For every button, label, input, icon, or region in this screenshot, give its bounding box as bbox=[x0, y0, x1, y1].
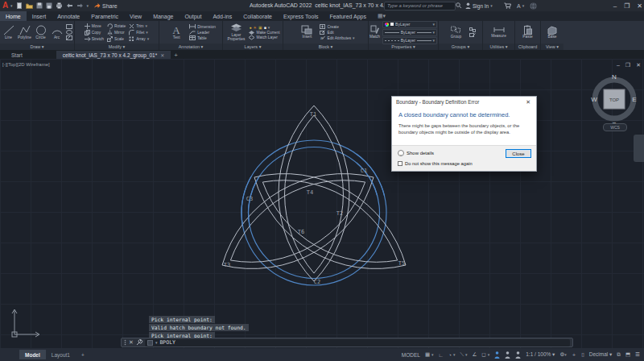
dwg-restore-icon[interactable]: ❐ bbox=[625, 62, 630, 68]
snap-toggle[interactable]: ∟ bbox=[439, 352, 444, 358]
create-block-tool[interactable]: Create bbox=[320, 24, 354, 29]
logo-dropdown-icon[interactable]: ▾ bbox=[10, 3, 13, 8]
viewcube[interactable]: N S W E TOP bbox=[592, 73, 636, 130]
cmd-dropdown-icon[interactable]: ▾ bbox=[155, 340, 158, 345]
line-tool[interactable]: Line bbox=[2, 25, 15, 39]
help-sphere-icon[interactable] bbox=[530, 2, 537, 10]
rotate-tool[interactable]: Rotate bbox=[107, 23, 126, 29]
grid-toggle[interactable]: ▦▾ bbox=[425, 351, 434, 358]
tab-collaborate[interactable]: Collaborate bbox=[237, 11, 278, 21]
dont-show-again-option[interactable]: Do not show this message again bbox=[398, 161, 473, 166]
cleanscreen-icon[interactable]: ⬒ bbox=[625, 351, 630, 358]
trim-tool[interactable]: Trim ▾ bbox=[129, 23, 149, 29]
new-drawing-tab-button[interactable]: + bbox=[174, 52, 178, 59]
arc-tool[interactable]: Arc bbox=[50, 25, 64, 39]
plot-icon[interactable] bbox=[56, 2, 63, 9]
customization-menu-icon[interactable]: ☰ bbox=[635, 351, 640, 358]
tab-parametric[interactable]: Parametric bbox=[85, 11, 124, 21]
command-input[interactable]: ▾ BPOLY bbox=[145, 339, 570, 346]
dwg-close-icon[interactable]: ✕ bbox=[636, 62, 641, 68]
panel-label-layers[interactable]: Layers ▾ bbox=[223, 44, 283, 50]
dialog-close-icon[interactable]: ✕ bbox=[524, 99, 532, 106]
object-color-dropdown[interactable]: ByLayer▾ bbox=[382, 21, 437, 28]
panel-label-properties[interactable]: Properties ▾ bbox=[369, 44, 438, 50]
cart-icon[interactable] bbox=[504, 2, 511, 9]
dont-show-checkbox[interactable] bbox=[398, 161, 402, 166]
group-tool[interactable]: Group bbox=[446, 25, 467, 39]
sign-in-button[interactable]: Sign In ▾ bbox=[465, 0, 493, 11]
tab-featured-apps[interactable]: Featured Apps bbox=[324, 11, 372, 21]
navigation-bar[interactable] bbox=[634, 135, 644, 162]
layout1-tab[interactable]: Layout1 bbox=[46, 350, 76, 359]
close-button[interactable]: ✕ bbox=[637, 2, 642, 10]
workspace-gear-icon[interactable]: ⚙▾ bbox=[559, 351, 566, 358]
dialog-titlebar[interactable]: Boundary - Boundary Definition Error ✕ bbox=[392, 97, 536, 107]
search-input[interactable]: Type a keyword or phrase bbox=[384, 2, 456, 10]
annotation-visibility-icon[interactable] bbox=[494, 351, 500, 359]
file-tab-start[interactable]: Start bbox=[5, 51, 29, 59]
tab-manage[interactable]: Manage bbox=[147, 11, 179, 21]
text-tool[interactable]: A Text bbox=[166, 25, 187, 39]
space-toggle[interactable]: MODEL bbox=[402, 352, 420, 358]
tab-insert[interactable]: Insert bbox=[27, 11, 52, 21]
scale-tool[interactable]: Scale bbox=[107, 36, 126, 42]
edit-block-tool[interactable]: Edit bbox=[320, 30, 354, 35]
isolate-objects-icon[interactable]: ▯ bbox=[581, 351, 584, 358]
cmd-recent-icon[interactable] bbox=[147, 340, 153, 346]
copy-tool[interactable]: Copy bbox=[85, 30, 104, 35]
tab-output[interactable]: Output bbox=[179, 11, 207, 21]
tab-view[interactable]: View bbox=[124, 11, 147, 21]
file-tab-doc[interactable]: celtic knot_IAS_73 x 70 x 4.2_group_01* … bbox=[56, 51, 171, 59]
ribbon-options-icon[interactable]: ▦▾ bbox=[372, 11, 391, 21]
polar-toggle[interactable]: ◔▾ bbox=[448, 352, 455, 358]
layer-state-row[interactable]: ● ☀ ▣ ■ ▾ bbox=[249, 25, 279, 30]
table-tool[interactable]: Table bbox=[189, 35, 216, 40]
circle-tool[interactable]: Circle bbox=[34, 25, 47, 39]
search-icon[interactable] bbox=[456, 2, 462, 9]
save-as-icon[interactable] bbox=[46, 2, 52, 9]
make-current-tool[interactable]: Make Current bbox=[249, 31, 279, 35]
panel-label-clipboard[interactable]: Clipboard bbox=[515, 44, 540, 50]
open-file-icon[interactable] bbox=[26, 2, 33, 9]
panel-label-annotation[interactable]: Annotation ▾ bbox=[159, 44, 222, 50]
save-icon[interactable] bbox=[36, 2, 43, 9]
ungroup-icon[interactable] bbox=[469, 27, 476, 32]
polyline-tool[interactable]: Polyline bbox=[18, 25, 31, 39]
restore-button[interactable]: ❐ bbox=[624, 2, 630, 10]
new-file-icon[interactable] bbox=[16, 2, 23, 9]
dwg-minimize-icon[interactable]: – bbox=[617, 62, 620, 68]
command-bar[interactable]: ✕ ▾ BPOLY bbox=[121, 338, 573, 347]
group-edit-icon[interactable] bbox=[469, 33, 476, 38]
annotation-scale-icon[interactable] bbox=[515, 351, 521, 359]
match-properties-tool[interactable]: Match bbox=[369, 25, 380, 39]
tab-annotate[interactable]: Annotate bbox=[52, 11, 85, 21]
panel-label-block[interactable]: Block ▾ bbox=[283, 44, 368, 50]
file-tab-close-icon[interactable]: ✕ bbox=[160, 52, 164, 58]
move-tool[interactable]: Move bbox=[85, 23, 104, 29]
new-layout-button[interactable]: + bbox=[76, 350, 90, 359]
leader-tool[interactable]: Leader bbox=[189, 30, 216, 35]
edit-attributes-tool[interactable]: aEdit Attributes ▾ bbox=[320, 35, 354, 40]
signin-dropdown-icon[interactable]: ▾ bbox=[490, 3, 493, 8]
match-layer-tool[interactable]: Match Layer bbox=[249, 35, 279, 39]
autocad-logo-icon[interactable]: A bbox=[0, 1, 10, 10]
fillet-tool[interactable]: Fillet ▾ bbox=[129, 30, 149, 35]
panel-label-view[interactable]: View ▾ bbox=[541, 44, 564, 50]
share-button[interactable]: Share bbox=[93, 2, 118, 9]
tab-home[interactable]: Home bbox=[0, 11, 27, 21]
compass-north[interactable]: N bbox=[612, 73, 617, 81]
cmd-customize-icon[interactable] bbox=[136, 339, 142, 346]
dialog-close-button[interactable]: Close bbox=[506, 149, 531, 158]
isodraft-toggle[interactable]: ⟍▾ bbox=[460, 351, 467, 358]
units-selector[interactable]: Decimal ▾ bbox=[589, 351, 613, 358]
mirror-tool[interactable]: Mirror bbox=[107, 30, 126, 35]
qat-dropdown-icon[interactable]: ▾ bbox=[87, 3, 89, 8]
redo-icon[interactable] bbox=[76, 2, 84, 9]
tab-add-ins[interactable]: Add-ins bbox=[207, 11, 237, 21]
array-tool[interactable]: Array ▾ bbox=[129, 36, 149, 42]
chevron-down-icon[interactable]: ⌄ bbox=[398, 150, 404, 156]
panel-label-utilities[interactable]: Utilities ▾ bbox=[483, 44, 514, 50]
scale-selector[interactable]: 1:1 / 100% ▾ bbox=[526, 351, 555, 358]
compass-west[interactable]: W bbox=[591, 96, 597, 103]
autoscale-icon[interactable] bbox=[505, 351, 510, 359]
